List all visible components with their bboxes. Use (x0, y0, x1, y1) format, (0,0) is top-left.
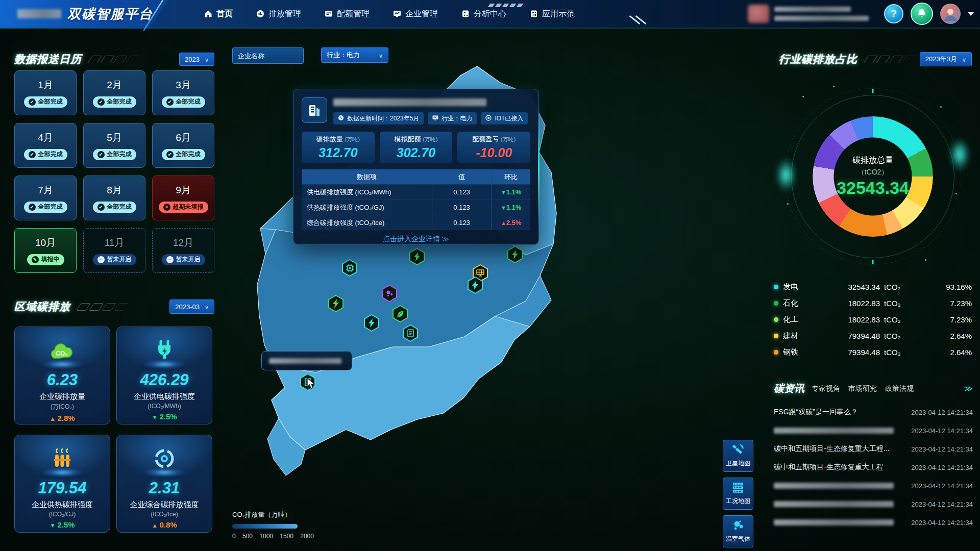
colorbar-ticks: 0500100015002000 (232, 533, 314, 540)
legend-row-4: 建材79394.48tCO₂2.64% (774, 328, 972, 344)
calendar-month-1[interactable]: 1月全部完成 (14, 70, 77, 115)
news-tab-3[interactable]: 政策法规 (885, 384, 914, 393)
calendar-month-9[interactable]: 9月超期未填报 (152, 176, 214, 220)
calendar-month-2[interactable]: 2月全部完成 (83, 70, 145, 115)
status-badge: 全部完成 (93, 96, 136, 108)
news-header: 碳资讯 专家视角市场研究政策法规 ≫ (774, 382, 973, 395)
nav-item-3[interactable]: 配额管理 (325, 9, 370, 19)
help-button[interactable]: ? (884, 4, 903, 23)
chevron-down-icon (205, 303, 209, 311)
news-tab-2[interactable]: 市场研究 (848, 384, 877, 393)
news-item-6[interactable]: 2023-04-12 14:21:34 (774, 495, 973, 513)
svg-text:CO₂: CO₂ (56, 350, 67, 357)
industry-filter-select[interactable]: 行业：电力 (321, 47, 388, 63)
calendar-month-8[interactable]: 8月全部完成 (83, 176, 145, 220)
nav-item-6[interactable]: 应用示范 (530, 9, 575, 19)
molecule-icon (732, 520, 744, 533)
nav-item-2[interactable]: 排放管理 (256, 9, 301, 19)
status-badge: 全部完成 (24, 96, 67, 108)
delta-up: 2.8% (15, 414, 110, 422)
industry-legend: 发电32543.34tCO₂93.16%石化18022.83tCO₂7.23%化… (774, 279, 972, 360)
calendar-month-6[interactable]: 6月全部完成 (152, 123, 214, 168)
nav-item-4[interactable]: 企业管理 (393, 9, 438, 19)
notifications-button[interactable] (911, 3, 933, 25)
region-title: 区域碳排放 (14, 299, 70, 314)
region-period-select[interactable]: 2023-03 (169, 299, 214, 314)
company-tags: 数据更新时间：2023年5月行业：电力IOT已接入 (333, 112, 530, 124)
demo-icon (530, 10, 538, 18)
main-nav: 首页排放管理配额管理企业管理分析中心应用示范 (204, 0, 575, 28)
region-card-1: CO₂6.23企业碳排放量(万tCO₂)2.8% (14, 327, 110, 424)
status-icon (166, 151, 174, 158)
news-more-link[interactable]: ≫ (964, 384, 973, 393)
calendar-year-select[interactable]: 2023 (179, 53, 214, 66)
calendar-month-12[interactable]: 12月暂未开启 (152, 228, 214, 273)
legend-row-5: 钢铁79394.48tCO₂2.64% (774, 344, 972, 360)
status-icon (97, 204, 105, 211)
chevron-down-icon[interactable] (968, 12, 974, 16)
brand-plate: 双碳智服平台 (0, 0, 168, 28)
mouse-cursor (306, 378, 317, 390)
status-badge: 超期未填报 (159, 202, 208, 213)
status-icon (32, 256, 39, 263)
redacted-news-title (774, 501, 894, 507)
calendar-month-11[interactable]: 11月暂未开启 (83, 228, 145, 273)
news-item-1[interactable]: ESG跟“双碳”是一回事么？2023-04-12 14:21:34 (774, 403, 973, 421)
legend-dot (774, 285, 778, 289)
total-emission-value: 32543.34 (822, 178, 924, 198)
calendar-title: 数据报送日历 (14, 52, 82, 66)
map-tool-1[interactable]: 卫星地图 (723, 440, 753, 472)
legend-dot (774, 334, 778, 338)
title-decor (866, 56, 913, 63)
company-tag: 数据更新时间：2023年5月 (333, 112, 424, 124)
news-item-2[interactable]: 2023-04-12 14:21:34 (774, 421, 973, 440)
legend-row-3: 化工18022.83tCO₂7.23% (774, 311, 972, 328)
co2-cloud-icon: CO₂ (49, 341, 76, 364)
status-icon (163, 204, 170, 211)
app-title: 双碳智服平台 (67, 5, 153, 23)
map-tool-2[interactable]: 工况地图 (723, 478, 753, 510)
clock-icon (338, 115, 344, 122)
news-item-3[interactable]: 碳中和五期项目-生态修复重大工程...2023-04-12 14:21:34 (774, 440, 973, 458)
status-icon (166, 256, 174, 263)
redacted-news-title (774, 519, 894, 525)
delta-down: 2.5% (117, 412, 212, 421)
delta-up: 0.8% (117, 520, 212, 529)
status-badge: 全部完成 (162, 96, 205, 108)
industry-period-select[interactable]: 2023年3月 (920, 52, 972, 66)
company-detail-link[interactable]: 点击进入企业详情 ≫ (302, 235, 530, 244)
news-item-7[interactable]: 2023-04-12 14:21:34 (774, 513, 973, 532)
status-icon (166, 98, 174, 106)
nav-item-1[interactable]: 首页 (204, 9, 233, 19)
news-title: 碳资讯 (774, 382, 804, 395)
news-tab-1[interactable]: 专家视角 (812, 384, 840, 393)
map-tool-3[interactable]: 温室气体 (723, 515, 753, 547)
calendar-month-4[interactable]: 4月全部完成 (14, 123, 77, 168)
news-item-5[interactable]: 2023-04-12 14:21:34 (774, 477, 973, 495)
redacted-brand-prefix (17, 9, 61, 18)
redacted-news-title (774, 428, 894, 434)
chevron-down-icon (962, 56, 966, 63)
table-header: 环比 (492, 169, 530, 185)
title-decor (79, 303, 126, 311)
news-item-4[interactable]: 碳中和五期项目-生态修复重大工程2023-04-12 14:21:34 (774, 458, 973, 477)
quota-icon (325, 10, 333, 18)
table-header: 值 (432, 169, 491, 185)
company-search-input[interactable] (232, 47, 304, 64)
bell-icon (917, 9, 927, 19)
chevron-down-icon (379, 52, 383, 59)
popup-stat-2: 模拟配额 (万吨)302.70 (380, 132, 453, 163)
calendar-month-10[interactable]: 10月填报中 (14, 228, 77, 273)
redacted-news-title (774, 483, 894, 489)
calendar-month-5[interactable]: 5月全部完成 (83, 123, 145, 168)
avatar[interactable] (940, 4, 961, 24)
redacted-company-name (269, 358, 341, 364)
legend-row-2: 石化18022.83tCO₂7.23% (774, 295, 972, 311)
screen-icon (432, 115, 438, 122)
donut-center: 碳排放总量 （tCO2） 32543.34 (822, 155, 924, 198)
table-row: 综合碳排放强度 (tCO₂/tce)0.1232.5% (302, 215, 530, 231)
calendar-month-3[interactable]: 3月全部完成 (152, 70, 214, 115)
region-header: 区域碳排放 2023-03 (14, 299, 214, 314)
nav-item-5[interactable]: 分析中心 (461, 9, 506, 19)
calendar-month-7[interactable]: 7月全部完成 (14, 176, 77, 220)
